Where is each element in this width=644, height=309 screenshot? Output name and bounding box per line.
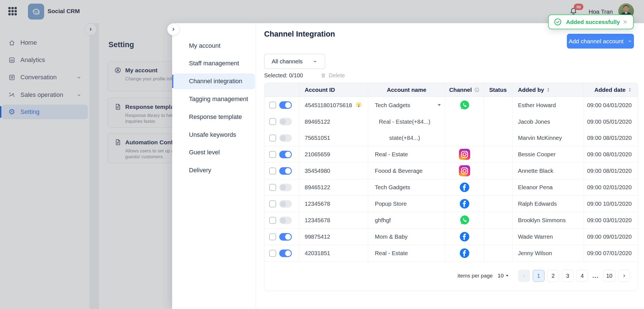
added-date: 09:00 10/01/2020 — [587, 200, 632, 207]
account-name: ghfhgf — [375, 217, 391, 224]
selection-summary: Selected: 0/100 — [264, 72, 303, 79]
added-date: 09:00 05/01/2020 — [587, 118, 632, 125]
added-date: 09:00 02/01/2020 — [587, 184, 632, 191]
added-by: Brooklyn Simmons — [518, 217, 566, 224]
menu-item-delivery[interactable]: Delivery — [173, 162, 255, 178]
selection-toolbar: Selected: 0/100 Delete — [264, 72, 345, 79]
add-channel-account-button[interactable]: Add channel account — [567, 34, 634, 49]
status-error-icon — [494, 184, 502, 191]
header-added-date[interactable]: Added date — [584, 83, 638, 97]
row-checkbox[interactable] — [269, 135, 276, 142]
row-active-toggle[interactable] — [279, 200, 292, 208]
pagination: items per page 10 1234...10 — [264, 261, 638, 291]
row-active-toggle[interactable] — [279, 118, 292, 125]
menu-item-channel-integration[interactable]: Channel integration — [173, 73, 255, 89]
page-button-10[interactable]: 10 — [603, 270, 615, 282]
menu-item-my-account[interactable]: My account — [173, 38, 255, 54]
added-by: Esther Howard — [518, 102, 556, 109]
account-name: Foood & Beverage — [375, 167, 423, 174]
menu-item-guest-level[interactable]: Guest level — [173, 145, 255, 161]
added-date: 09:00 08/01/2020 — [587, 151, 632, 158]
items-per-page-label: items per page — [458, 273, 493, 279]
table-row: 21065659 Real - Estate Bessie Cooper 09:… — [264, 146, 638, 163]
account-id: 89465122 — [305, 184, 330, 191]
header-status: Status — [484, 83, 512, 97]
added-by: Marvin McKinney — [518, 135, 562, 141]
prev-page-button[interactable] — [518, 270, 530, 282]
toast-success: Added successfully — [548, 15, 634, 29]
account-name: Mom & Baby — [375, 233, 408, 240]
page-button-2[interactable]: 2 — [547, 270, 559, 282]
chevron-down-icon — [628, 39, 632, 44]
row-checkbox[interactable] — [269, 151, 276, 158]
row-checkbox[interactable] — [269, 184, 276, 191]
row-active-toggle[interactable] — [279, 250, 292, 257]
info-icon[interactable] — [474, 87, 480, 93]
added-by: Jenny Wilson — [518, 250, 552, 257]
added-by: Wade Warren — [518, 233, 553, 240]
channel-filter-select[interactable]: All channels — [264, 54, 325, 69]
delete-button[interactable]: Delete — [320, 72, 345, 79]
table-body: 454511801075618 Tech Gadgets Esther Howa… — [264, 97, 638, 262]
row-checkbox[interactable] — [269, 233, 276, 240]
toast-message: Added successfully — [566, 19, 620, 25]
row-active-toggle[interactable] — [279, 184, 292, 191]
page-button-3[interactable]: 3 — [562, 270, 574, 282]
table-row: 89465122 Real - Estate(+84...) Jacob Jon… — [264, 113, 638, 130]
lightbulb-icon — [355, 101, 363, 109]
added-date: 09:00 04/01/2020 — [587, 102, 632, 109]
row-active-toggle[interactable] — [279, 151, 292, 158]
facebook-icon — [458, 181, 471, 193]
status-ok-icon — [494, 250, 502, 257]
status-ok-icon — [494, 134, 502, 142]
account-id: 21065659 — [305, 151, 330, 158]
added-by: Jacob Jones — [518, 118, 550, 125]
row-active-toggle[interactable] — [279, 134, 292, 142]
account-name: state(+84...) — [389, 135, 420, 141]
caret-down-icon[interactable] — [437, 104, 441, 106]
status-ok-icon — [494, 151, 502, 158]
page-title: Channel Integration — [264, 30, 335, 39]
close-icon[interactable] — [622, 19, 628, 25]
added-date: 09:00 03/01/2020 — [587, 217, 632, 224]
account-id: 35454980 — [305, 167, 330, 174]
account-id: 12345678 — [305, 217, 330, 224]
row-checkbox[interactable] — [269, 167, 276, 174]
account-id: 89465122 — [305, 118, 330, 125]
status-ok-icon — [494, 118, 502, 125]
status-ok-icon — [494, 101, 502, 109]
sort-icon[interactable] — [628, 88, 632, 92]
items-per-page-select[interactable]: 10 — [498, 273, 509, 279]
page-button-1[interactable]: 1 — [533, 270, 544, 282]
row-checkbox[interactable] — [269, 118, 276, 125]
table-row: 99875412 Mom & Baby Wade Warren 09:00 09… — [264, 229, 638, 245]
menu-item-tagging-management[interactable]: Tagging management — [173, 91, 255, 107]
row-active-toggle[interactable] — [279, 217, 292, 224]
row-active-toggle[interactable] — [279, 101, 292, 109]
dim-overlay-left — [0, 23, 172, 309]
header-added-by[interactable]: Added by — [512, 83, 584, 97]
account-id: 75651051 — [305, 135, 330, 141]
row-checkbox[interactable] — [269, 217, 276, 224]
row-active-toggle[interactable] — [279, 233, 292, 241]
table-row: 35454980 Foood & Beverage Annette Black … — [264, 163, 638, 179]
page-button-4[interactable]: 4 — [576, 270, 588, 282]
row-active-toggle[interactable] — [279, 167, 292, 175]
account-name: Real - Estate(+84...) — [379, 118, 430, 125]
panel-collapse-button[interactable] — [167, 23, 179, 35]
added-date: 09:00 08/01/2020 — [587, 135, 632, 141]
added-date: 09:00 08/01/2020 — [587, 167, 632, 174]
menu-item-response-template[interactable]: Response template — [173, 109, 255, 125]
app-root: Social CRM 99 Hoa Tran Home Analytics Co… — [0, 0, 644, 309]
sort-icon[interactable] — [546, 88, 550, 92]
status-ok-icon — [494, 233, 502, 241]
header-account-name: Account name — [368, 83, 445, 97]
status-warning-icon — [494, 217, 502, 224]
account-name: Tech Gadgets — [375, 102, 410, 109]
row-checkbox[interactable] — [269, 250, 276, 257]
row-checkbox[interactable] — [269, 200, 276, 207]
row-checkbox[interactable] — [269, 102, 276, 109]
menu-item-unsafe-keywords[interactable]: Unsafe keywords — [173, 127, 255, 143]
next-page-button[interactable] — [618, 270, 630, 282]
menu-item-staff-management[interactable]: Staff management — [173, 56, 255, 71]
